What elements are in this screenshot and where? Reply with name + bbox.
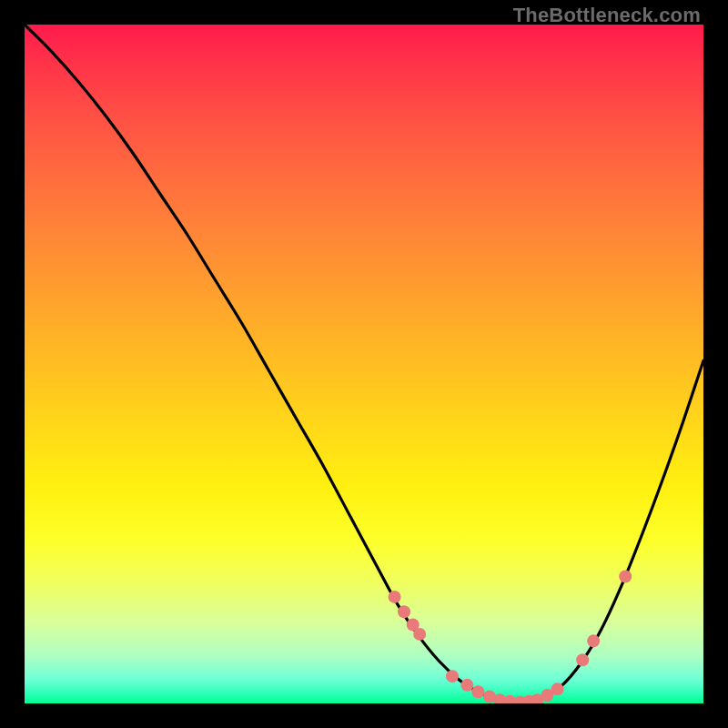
bottleneck-curve <box>25 25 703 703</box>
curve-layer <box>25 25 703 703</box>
data-marker <box>619 571 632 583</box>
data-marker <box>398 605 410 618</box>
data-marker <box>389 591 401 603</box>
data-marker <box>551 682 564 695</box>
data-marker <box>587 634 600 647</box>
chart-frame: TheBottleneck.com <box>0 0 728 728</box>
data-marker <box>576 653 589 666</box>
marker-group <box>389 571 632 704</box>
data-marker <box>446 670 459 682</box>
data-marker <box>471 685 484 698</box>
data-marker <box>413 628 426 641</box>
data-marker <box>460 679 473 692</box>
plot-area <box>25 25 703 703</box>
watermark-text: TheBottleneck.com <box>513 4 701 27</box>
